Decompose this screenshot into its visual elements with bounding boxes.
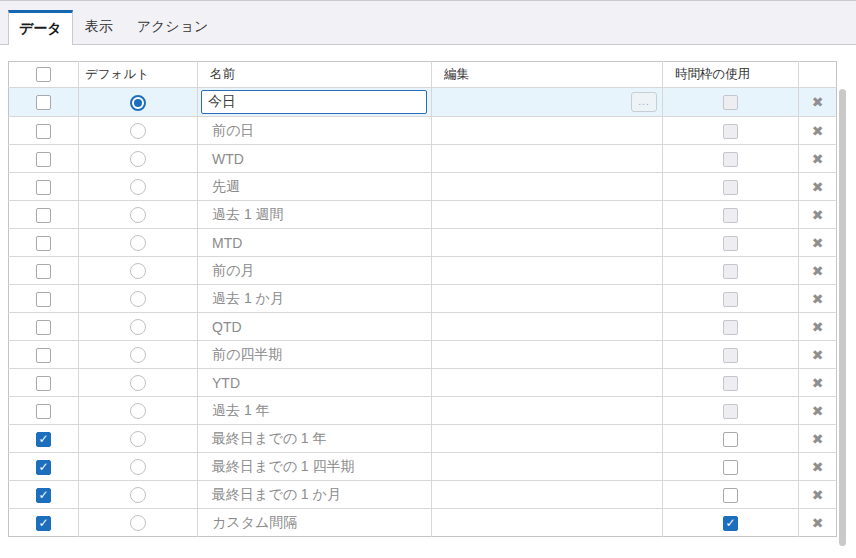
row-select-checkbox[interactable]	[36, 348, 51, 363]
scrollbar-thumb[interactable]	[839, 89, 846, 546]
timeframe-checkbox[interactable]	[723, 95, 738, 110]
default-radio[interactable]	[130, 291, 146, 307]
default-radio[interactable]	[130, 431, 146, 447]
default-radio[interactable]	[130, 263, 146, 279]
default-radio[interactable]	[130, 95, 146, 111]
row-select-checkbox[interactable]	[36, 320, 51, 335]
edit-cell	[432, 341, 663, 369]
row-select-checkbox[interactable]	[36, 152, 51, 167]
row-select-checkbox[interactable]	[36, 264, 51, 279]
select-all-checkbox[interactable]	[36, 67, 51, 82]
delete-icon[interactable]: ✖	[812, 320, 824, 334]
delete-icon[interactable]: ✖	[812, 208, 824, 222]
delete-icon[interactable]: ✖	[812, 292, 824, 306]
delete-icon[interactable]: ✖	[812, 180, 824, 194]
delete-icon[interactable]: ✖	[812, 124, 824, 138]
timeframe-checkbox[interactable]	[723, 292, 738, 307]
timeframe-cell	[663, 369, 799, 397]
delete-icon[interactable]: ✖	[812, 488, 824, 502]
timeframe-cell	[663, 88, 799, 117]
timeframe-checkbox[interactable]	[723, 460, 738, 475]
delete-icon[interactable]: ✖	[812, 404, 824, 418]
table-row: 前の日 ✖	[9, 117, 837, 145]
name-cell: 最終日までの 1 か月	[198, 481, 432, 509]
vertical-scrollbar[interactable]	[839, 89, 846, 551]
timeframe-cell	[663, 481, 799, 509]
select-cell	[9, 173, 79, 201]
timeframe-checkbox[interactable]	[723, 432, 738, 447]
delete-cell: ✖	[799, 341, 837, 369]
delete-icon[interactable]: ✖	[812, 152, 824, 166]
timeframe-cell	[663, 397, 799, 425]
row-select-checkbox[interactable]	[36, 404, 51, 419]
default-cell	[79, 88, 198, 117]
default-radio[interactable]	[130, 319, 146, 335]
row-select-checkbox[interactable]	[36, 95, 51, 110]
row-select-checkbox[interactable]	[36, 208, 51, 223]
timeframe-checkbox[interactable]	[723, 208, 738, 223]
default-radio[interactable]	[130, 515, 146, 531]
timeframe-cell	[663, 425, 799, 453]
select-cell	[9, 88, 79, 117]
row-select-checkbox[interactable]: ✓	[36, 432, 51, 447]
delete-icon[interactable]: ✖	[812, 236, 824, 250]
delete-icon[interactable]: ✖	[812, 516, 824, 530]
default-radio[interactable]	[130, 151, 146, 167]
presets-table: デフォルト 名前 編集 時間枠の使用 ... ✖ 前の日 ✖	[8, 61, 837, 537]
default-radio[interactable]	[130, 207, 146, 223]
timeframe-checkbox[interactable]	[723, 348, 738, 363]
row-select-checkbox[interactable]: ✓	[36, 460, 51, 475]
edit-button[interactable]: ...	[631, 92, 657, 112]
name-cell: 過去 1 年	[198, 397, 432, 425]
default-radio[interactable]	[130, 123, 146, 139]
timeframe-checkbox[interactable]	[723, 124, 738, 139]
tab-action[interactable]: アクション	[125, 9, 221, 44]
default-radio[interactable]	[130, 347, 146, 363]
tab-display[interactable]: 表示	[73, 9, 125, 44]
table-row: 前の月 ✖	[9, 257, 837, 285]
default-radio[interactable]	[130, 375, 146, 391]
timeframe-checkbox[interactable]	[723, 152, 738, 167]
row-select-checkbox[interactable]	[36, 292, 51, 307]
tab-data[interactable]: データ	[8, 10, 73, 45]
timeframe-cell	[663, 173, 799, 201]
name-cell: 最終日までの 1 年	[198, 425, 432, 453]
row-select-checkbox[interactable]	[36, 180, 51, 195]
default-radio[interactable]	[130, 403, 146, 419]
timeframe-cell	[663, 285, 799, 313]
timeframe-checkbox[interactable]	[723, 264, 738, 279]
timeframe-column-header: 時間枠の使用	[663, 62, 799, 88]
timeframe-checkbox[interactable]	[723, 488, 738, 503]
delete-icon[interactable]: ✖	[812, 432, 824, 446]
delete-icon[interactable]: ✖	[812, 460, 824, 474]
row-select-checkbox[interactable]: ✓	[36, 516, 51, 531]
default-radio[interactable]	[130, 179, 146, 195]
row-select-checkbox[interactable]	[36, 236, 51, 251]
delete-cell: ✖	[799, 257, 837, 285]
delete-icon[interactable]: ✖	[812, 95, 824, 109]
timeframe-checkbox[interactable]	[723, 236, 738, 251]
delete-cell: ✖	[799, 369, 837, 397]
delete-icon[interactable]: ✖	[812, 376, 824, 390]
row-select-checkbox[interactable]	[36, 124, 51, 139]
timeframe-checkbox[interactable]	[723, 404, 738, 419]
row-select-checkbox[interactable]	[36, 376, 51, 391]
delete-icon[interactable]: ✖	[812, 264, 824, 278]
name-input[interactable]	[201, 90, 427, 114]
select-cell	[9, 201, 79, 229]
timeframe-checkbox[interactable]	[723, 376, 738, 391]
timeframe-checkbox[interactable]: ✓	[723, 516, 738, 531]
table-row: YTD ✖	[9, 369, 837, 397]
row-select-checkbox[interactable]: ✓	[36, 488, 51, 503]
timeframe-cell	[663, 257, 799, 285]
default-radio[interactable]	[130, 459, 146, 475]
name-text: 過去 1 年	[198, 402, 431, 420]
edit-cell	[432, 425, 663, 453]
default-radio[interactable]	[130, 487, 146, 503]
edit-cell	[432, 117, 663, 145]
delete-icon[interactable]: ✖	[812, 348, 824, 362]
default-radio[interactable]	[130, 235, 146, 251]
timeframe-checkbox[interactable]	[723, 180, 738, 195]
timeframe-checkbox[interactable]	[723, 320, 738, 335]
name-text: 最終日までの 1 年	[198, 430, 431, 448]
